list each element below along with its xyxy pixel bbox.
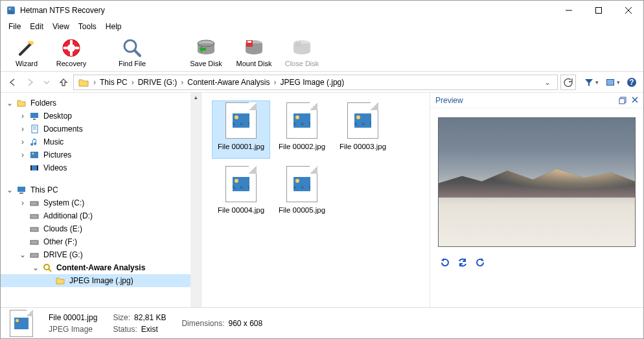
- crumb-drive[interactable]: DRIVE (G:): [135, 78, 180, 87]
- preview-pane: Preview: [430, 93, 643, 307]
- file-item[interactable]: File 00002.jpg: [273, 100, 331, 159]
- menu-view[interactable]: View: [49, 21, 73, 32]
- file-name: File 00002.jpg: [279, 143, 325, 150]
- tree-desktop[interactable]: Desktop: [42, 111, 72, 121]
- file-name: File 00004.jpg: [218, 206, 264, 214]
- file-name: File 00005.jpg: [279, 206, 325, 214]
- folder-icon: [55, 275, 65, 286]
- crumb-analysis[interactable]: Content-Aware Analysis: [185, 78, 272, 87]
- help-icon: ?: [627, 77, 637, 88]
- svg-line-15: [135, 51, 140, 56]
- tree-drive-c[interactable]: System (C:): [42, 198, 84, 207]
- nav-forward-button[interactable]: [23, 75, 37, 89]
- chevron-down-icon: ▾: [595, 79, 599, 86]
- file-thumb-icon: [286, 166, 317, 202]
- find-file-button[interactable]: Find File: [108, 34, 156, 71]
- save-disk-button[interactable]: Save Disk: [182, 34, 230, 71]
- svg-rect-44: [17, 187, 25, 192]
- caret-down-icon[interactable]: ⌄: [32, 263, 40, 272]
- drive-icon: [29, 211, 40, 221]
- wand-icon: [16, 38, 37, 58]
- maximize-button[interactable]: [584, 1, 614, 20]
- nav-up-button[interactable]: [56, 75, 71, 89]
- caret-right-icon[interactable]: ›: [19, 124, 27, 134]
- svg-rect-45: [19, 193, 23, 194]
- tree-folders[interactable]: Folders: [29, 99, 56, 108]
- mount-disk-button[interactable]: Mount Disk: [230, 34, 278, 71]
- refresh-button[interactable]: [560, 75, 576, 90]
- tree-scrollbar[interactable]: ▴: [190, 93, 201, 307]
- file-item[interactable]: File 00001.jpg: [212, 100, 270, 159]
- svg-point-47: [36, 203, 38, 204]
- close-button[interactable]: [614, 1, 643, 20]
- tree-drive-e[interactable]: Clouds (E:): [42, 224, 82, 233]
- tree-thispc[interactable]: This PC: [29, 185, 58, 194]
- tree-documents[interactable]: Documents: [42, 124, 83, 134]
- status-file-name: File 00001.jpg: [49, 313, 97, 322]
- breadcrumb[interactable]: › This PC› DRIVE (G:)› Content-Aware Ana…: [73, 75, 558, 90]
- svg-text:?: ?: [629, 78, 634, 87]
- rotate-right-icon[interactable]: [476, 257, 486, 268]
- status-dim-label: Dimensions:: [181, 319, 224, 328]
- caret-right-icon[interactable]: ›: [19, 111, 27, 121]
- close-disk-button: Close Disk: [278, 34, 326, 71]
- minimize-button[interactable]: [554, 1, 584, 20]
- caret-down-icon[interactable]: ⌄: [19, 250, 27, 259]
- nav-bar: › This PC› DRIVE (G:)› Content-Aware Ana…: [1, 72, 643, 93]
- tree-jpeg[interactable]: JPEG Image (.jpg): [68, 276, 133, 285]
- status-size-value: 82,81 KB: [134, 313, 166, 322]
- caret-down-icon[interactable]: ⌄: [6, 99, 14, 108]
- crumb-thispc[interactable]: This PC: [97, 78, 130, 87]
- nav-history-button[interactable]: [40, 75, 54, 89]
- caret-right-icon[interactable]: ›: [19, 150, 27, 159]
- caret-right-icon[interactable]: ›: [19, 198, 27, 207]
- nav-back-button[interactable]: [6, 75, 20, 89]
- toolbar: Wizard Recovery Find File Save Disk Moun…: [1, 33, 643, 72]
- close-pane-icon[interactable]: [632, 97, 638, 104]
- status-thumb-icon: [10, 310, 33, 337]
- videos-icon: [29, 163, 40, 173]
- restore-pane-icon[interactable]: [619, 97, 627, 104]
- crumb-jpeg[interactable]: JPEG Image (.jpg): [278, 78, 347, 87]
- menu-tools[interactable]: Tools: [75, 21, 100, 32]
- svg-line-53: [49, 269, 51, 272]
- chevron-down-icon: ▾: [617, 79, 620, 86]
- tree-music[interactable]: Music: [42, 137, 63, 146]
- breadcrumb-dropdown-icon[interactable]: ⌄: [540, 78, 555, 87]
- folder-icon: [16, 98, 27, 108]
- file-item[interactable]: File 00005.jpg: [273, 164, 331, 222]
- rotate-both-icon[interactable]: [457, 257, 468, 268]
- menu-help[interactable]: Help: [102, 21, 126, 32]
- menu-edit[interactable]: Edit: [26, 21, 47, 32]
- tree-analysis[interactable]: Content-Aware Analysis: [55, 263, 145, 272]
- svg-rect-31: [607, 80, 614, 85]
- find-label: Find File: [119, 60, 146, 67]
- caret-down-icon[interactable]: ⌄: [6, 185, 14, 194]
- tree-videos[interactable]: Videos: [42, 163, 67, 172]
- svg-rect-48: [30, 215, 38, 218]
- help-button[interactable]: ?: [625, 76, 638, 89]
- recovery-button[interactable]: Recovery: [47, 34, 95, 71]
- file-item[interactable]: File 00004.jpg: [212, 164, 270, 222]
- computer-icon: [16, 185, 27, 195]
- rotate-left-icon[interactable]: [439, 257, 450, 268]
- wizard-label: Wizard: [16, 60, 38, 67]
- tree-pictures[interactable]: Pictures: [42, 150, 71, 159]
- file-item[interactable]: File 00003.jpg: [334, 100, 392, 159]
- status-size-label: Size:: [113, 313, 130, 322]
- pictures-icon: [29, 150, 40, 160]
- tree-drive-f[interactable]: Other (F:): [42, 237, 77, 246]
- svg-point-27: [293, 48, 310, 54]
- menu-file[interactable]: File: [5, 21, 25, 32]
- filter-button[interactable]: ▾: [582, 76, 600, 89]
- wizard-button[interactable]: Wizard: [6, 34, 47, 71]
- tree-drive-d[interactable]: Additional (D:): [42, 211, 93, 220]
- svg-rect-4: [596, 8, 602, 14]
- svg-rect-35: [33, 119, 36, 120]
- svg-point-2: [9, 8, 11, 10]
- recovery-label: Recovery: [56, 60, 86, 67]
- tree-drive-g[interactable]: DRIVE (G:): [42, 250, 83, 259]
- view-button[interactable]: ▾: [604, 76, 621, 89]
- status-bar: File 00001.jpg JPEG Image Size:82,81 KB …: [1, 307, 643, 338]
- caret-right-icon[interactable]: ›: [19, 137, 27, 146]
